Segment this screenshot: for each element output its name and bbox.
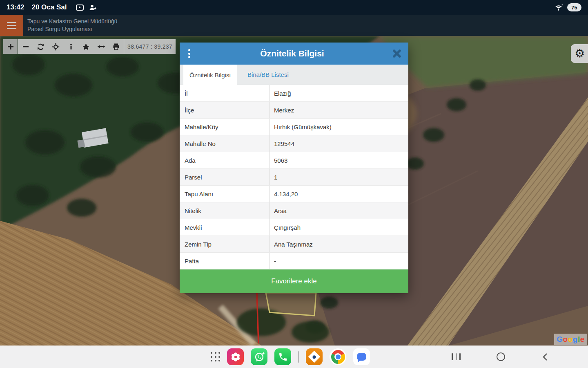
table-row: Nitelik Arsa [180, 202, 408, 219]
favorites-star-button[interactable] [78, 39, 94, 54]
add-to-favorites-button[interactable]: Favorilere ekle [180, 269, 408, 293]
chat-bubble-icon [357, 353, 366, 361]
tkgm-parsel-app-icon[interactable] [306, 348, 323, 365]
map-toolbar: 38.6477 : 39.237 [3, 39, 176, 54]
home-button[interactable] [494, 350, 508, 364]
gallery-app-icon[interactable] [227, 348, 244, 365]
phone-app-icon[interactable] [274, 348, 291, 365]
chrome-icon [331, 350, 345, 364]
refresh-button[interactable] [33, 39, 48, 54]
table-row: Mahalle No 129544 [180, 135, 408, 152]
table-row: Ada 5063 [180, 152, 408, 169]
back-chevron-icon [541, 352, 549, 361]
table-row: İlçe Merkez [180, 102, 408, 119]
flower-icon [231, 352, 241, 362]
bottom-nav-bar [0, 346, 588, 368]
tab-bina-bb-listesi[interactable]: Bina/BB Listesi [237, 65, 299, 85]
locate-button[interactable] [48, 39, 63, 54]
google-letter: g [573, 335, 578, 344]
attribute-dialog: Öznitelik Bilgisi Öznitelik Bilgisi Bina… [180, 43, 408, 293]
google-letter: o [563, 335, 568, 344]
google-watermark: Google [554, 334, 587, 345]
screenshot-icon [76, 4, 84, 11]
add-user-icon [89, 4, 97, 11]
recents-button[interactable] [449, 351, 463, 363]
tab-oznitelik-bilgisi[interactable]: Öznitelik Bilgisi [183, 65, 237, 85]
google-letter: e [580, 335, 585, 344]
settings-button[interactable]: ⚙ [571, 44, 588, 63]
whatsapp-app-icon[interactable] [251, 348, 267, 365]
measure-button[interactable] [94, 39, 109, 54]
dialog-title: Öznitelik Bilgisi [192, 49, 392, 58]
close-icon[interactable] [392, 49, 401, 58]
phone-handset-icon [278, 352, 288, 362]
table-row: İl Elazığ [180, 85, 408, 102]
coordinates-display: 38.6477 : 39.237 [124, 39, 176, 54]
dock-divider [298, 351, 299, 363]
android-nav-keys [449, 346, 551, 368]
messages-app-icon[interactable] [353, 348, 370, 365]
dialog-header: Öznitelik Bilgisi [180, 43, 408, 65]
table-row: Mevkii Çıngırşah [180, 219, 408, 236]
google-letter: G [557, 335, 563, 344]
app-title-line1: Tapu ve Kadastro Genel Müdürlüğü [27, 18, 117, 25]
table-row: Zemin Tip Ana Taşınmaz [180, 236, 408, 253]
table-row: Mahalle/Köy Hırhik (Gümüşkavak) [180, 119, 408, 135]
screen: 13:42 20 Oca Sal 75 [0, 0, 588, 368]
gear-icon: ⚙ [575, 48, 585, 59]
clock: 13:42 [7, 3, 24, 11]
zoom-out-button[interactable] [18, 39, 33, 54]
battery-indicator: 75 [567, 3, 581, 11]
menu-button[interactable] [0, 15, 23, 36]
app-header: Tapu ve Kadastro Genel Müdürlüğü Parsel … [0, 15, 588, 36]
back-button[interactable] [539, 350, 551, 364]
wifi-icon [555, 4, 564, 11]
table-row: Parsel 1 [180, 169, 408, 186]
zoom-in-button[interactable] [3, 39, 18, 54]
dialog-tabs: Öznitelik Bilgisi Bina/BB Listesi [180, 65, 408, 85]
status-date: 20 Oca Sal [31, 3, 67, 11]
table-row: Pafta - [180, 253, 408, 269]
print-button[interactable] [109, 39, 124, 54]
whatsapp-icon [253, 351, 265, 363]
google-letter: o [568, 335, 573, 344]
chrome-app-icon[interactable] [330, 348, 346, 365]
parcel-polygon[interactable] [266, 293, 316, 316]
overflow-menu-icon[interactable] [187, 47, 192, 60]
tkgm-logo [308, 351, 321, 363]
status-bar: 13:42 20 Oca Sal 75 [0, 0, 588, 15]
info-button[interactable] [63, 39, 78, 54]
attribute-table: İl Elazığ İlçe Merkez Mahalle/Köy Hırhik… [180, 85, 408, 269]
app-title-line2: Parsel Sorgu Uygulaması [27, 25, 117, 33]
apps-drawer-icon[interactable] [211, 352, 220, 361]
table-row: Tapu Alanı 4.134,20 [180, 186, 408, 202]
